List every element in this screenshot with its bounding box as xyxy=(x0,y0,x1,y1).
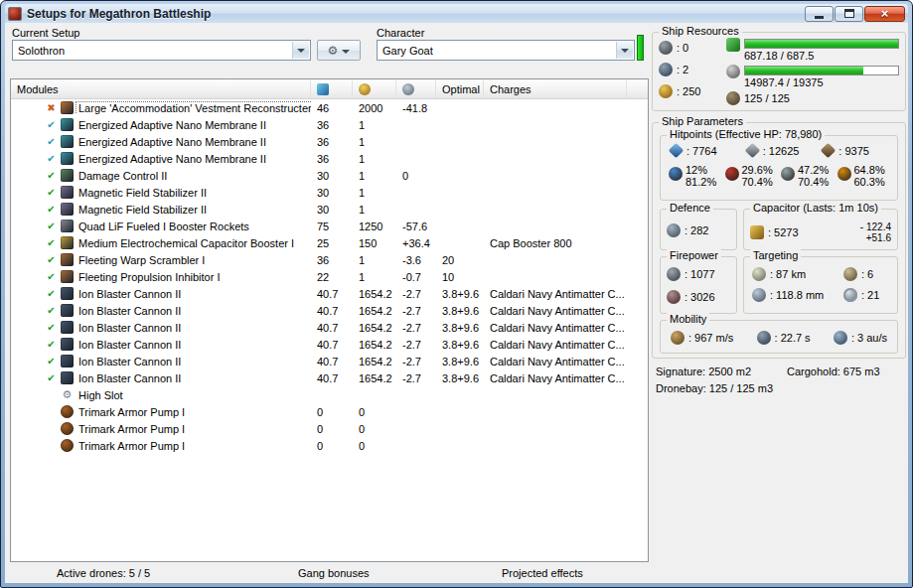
sensor-strength-value: : 21 xyxy=(861,289,879,301)
module-name-cell: ✔Ion Blaster Cannon II xyxy=(11,355,311,368)
setup-tools-button[interactable]: ⚙ xyxy=(317,40,361,61)
active-status-icon[interactable]: ✔ xyxy=(45,220,58,232)
passive-status-icon[interactable]: ✔ xyxy=(45,152,58,165)
capacitor-column-header[interactable] xyxy=(396,79,436,98)
current-setup-select[interactable]: Solothron xyxy=(12,40,311,61)
module-icon xyxy=(61,135,74,148)
cpu-column-header[interactable] xyxy=(311,79,353,98)
module-row[interactable]: ✔Quad LiF Fueled I Booster Rockets751250… xyxy=(11,218,648,234)
modules-column-header[interactable]: Modules xyxy=(11,79,311,98)
module-row[interactable]: Trimark Armor Pump I00 xyxy=(11,437,648,454)
passive-status-icon[interactable]: ✔ xyxy=(45,135,58,148)
chevron-down-icon[interactable] xyxy=(292,42,309,59)
mobility-title: Mobility xyxy=(667,313,709,325)
offline-status-icon[interactable]: ✖ xyxy=(45,101,58,114)
module-powergrid: 1 xyxy=(353,119,396,131)
module-row[interactable]: ⚙High Slot xyxy=(11,386,648,403)
module-name-cell: ✔Ion Blaster Cannon II xyxy=(11,321,311,334)
module-row[interactable]: ✔Ion Blaster Cannon II40.71654.2-2.73.8+… xyxy=(11,319,648,336)
shield-resist-value: 12% xyxy=(685,164,716,176)
firepower-group: Firepower : 1077 : 3026 xyxy=(660,256,737,314)
active-status-icon[interactable]: ✔ xyxy=(45,304,58,317)
close-button[interactable]: × xyxy=(864,6,905,22)
module-name-cell: ✔Magnetic Field Stabilizer II xyxy=(11,186,311,199)
projected-effects-section[interactable]: Projected effects xyxy=(502,567,583,579)
module-name-cell: ✔Magnetic Field Stabilizer II xyxy=(11,203,311,216)
gang-bonuses-section[interactable]: Gang bonuses xyxy=(298,567,370,579)
shield-hp-value: : 7764 xyxy=(686,145,717,157)
module-row[interactable]: ✔Ion Blaster Cannon II40.71654.2-2.73.8+… xyxy=(11,353,648,369)
structure-icon xyxy=(821,143,837,159)
max-targets-value: : 6 xyxy=(861,268,873,280)
chevron-down-icon[interactable] xyxy=(616,42,633,59)
minimize-button[interactable] xyxy=(805,6,834,22)
optimal-column-header[interactable]: Optimal xyxy=(436,79,484,98)
titlebar[interactable]: Setups for Megathron Battleship × xyxy=(5,4,908,23)
active-status-icon[interactable]: ✔ xyxy=(45,355,58,368)
active-status-icon[interactable]: ✔ xyxy=(45,287,58,300)
charges-column-header[interactable]: Charges xyxy=(484,79,627,98)
module-row[interactable]: ✔Energized Adaptive Nano Membrane II361 xyxy=(11,133,648,150)
module-row[interactable]: ✔Ion Blaster Cannon II40.71654.2-2.73.8+… xyxy=(11,369,648,386)
thermal-resist-icon xyxy=(725,167,739,181)
active-status-icon[interactable]: ✔ xyxy=(45,270,58,283)
module-charges: Caldari Navy Antimatter C... xyxy=(484,356,627,368)
window-controls: × xyxy=(804,6,905,22)
mobility-group: Mobility : 967 m/s : 22.7 s : 3 au/s xyxy=(660,320,898,354)
module-row[interactable]: Trimark Armor Pump I00 xyxy=(11,420,648,437)
active-status-icon[interactable]: ✔ xyxy=(45,186,58,199)
targeting-title: Targeting xyxy=(750,249,801,261)
turret-hardpoints-icon xyxy=(659,41,673,55)
module-row[interactable]: ✔Energized Adaptive Nano Membrane II361 xyxy=(11,116,648,133)
module-row[interactable]: ✔Fleeting Propulsion Inhibitor I221-0.71… xyxy=(11,268,648,285)
active-status-icon[interactable]: ✔ xyxy=(45,236,58,249)
powergrid-column-header[interactable] xyxy=(353,79,396,98)
module-row[interactable]: ✖Large 'Accommodation' Vestment Reconstr… xyxy=(11,99,648,116)
module-row[interactable]: ✔Damage Control II3010 xyxy=(11,167,648,184)
capacitor-value: : 5273 xyxy=(768,226,799,238)
powergrid-bar xyxy=(744,66,899,75)
module-name: Fleeting Warp Scrambler I xyxy=(76,254,205,266)
module-name: High Slot xyxy=(76,389,123,401)
module-row[interactable]: ✔Energized Adaptive Nano Membrane II361 xyxy=(11,150,648,167)
active-status-icon[interactable]: ✔ xyxy=(45,203,58,216)
active-status-icon[interactable]: ✔ xyxy=(45,321,58,334)
character-select[interactable]: Gary Goat xyxy=(377,40,635,61)
module-icon xyxy=(61,152,74,165)
module-powergrid: 150 xyxy=(353,237,396,249)
targeting-range-value: : 87 km xyxy=(770,268,806,280)
module-name: Large 'Accommodation' Vestment Reconstru… xyxy=(76,102,311,114)
active-drones-section[interactable]: Active drones: 5 / 5 xyxy=(57,567,150,579)
targeting-grid: : 87 km : 6 : 118.8 mm : 21 xyxy=(752,267,893,302)
module-powergrid: 2000 xyxy=(353,102,396,114)
module-row[interactable]: ✔Medium Electrochemical Capacitor Booste… xyxy=(11,234,648,251)
module-row[interactable]: ✔Magnetic Field Stabilizer II301 xyxy=(11,184,648,201)
modules-table-header: Modules Optimal Charges xyxy=(11,79,648,99)
module-optimal: 3.8+9.6 xyxy=(436,356,484,368)
maximize-button[interactable] xyxy=(835,6,863,22)
module-row[interactable]: Trimark Armor Pump I00 xyxy=(11,403,648,420)
module-name-cell: ✔Medium Electrochemical Capacitor Booste… xyxy=(11,236,311,249)
align-time-value: : 22.7 s xyxy=(775,332,811,344)
module-row[interactable]: ✔Ion Blaster Cannon II40.71654.2-2.73.8+… xyxy=(11,302,648,319)
active-status-icon[interactable]: ✔ xyxy=(45,253,58,266)
module-powergrid: 1654.2 xyxy=(353,288,396,300)
max-velocity-value: : 967 m/s xyxy=(688,332,733,344)
module-row[interactable]: ✔Ion Blaster Cannon II40.71654.2-2.73.8+… xyxy=(11,336,648,353)
module-row[interactable]: ✔Fleeting Warp Scrambler I361-3.620 xyxy=(11,251,648,268)
active-status-icon[interactable]: ✔ xyxy=(45,371,58,384)
module-cpu: 0 xyxy=(311,406,353,418)
hardpoints-column: : 0 : 2 : 250 xyxy=(659,41,700,106)
active-status-icon[interactable]: ✔ xyxy=(45,338,58,351)
module-row[interactable]: ✔Magnetic Field Stabilizer II301 xyxy=(11,201,648,218)
module-row[interactable]: ✔Ion Blaster Cannon II40.71654.2-2.73.8+… xyxy=(11,285,648,302)
module-name-cell: Trimark Armor Pump I xyxy=(11,439,311,452)
passive-status-icon[interactable]: ✔ xyxy=(45,118,58,131)
module-powergrid: 0 xyxy=(353,423,396,435)
rig-icon xyxy=(61,422,74,435)
armor-resist-value: 81.2% xyxy=(685,176,716,188)
module-cpu: 40.7 xyxy=(311,339,353,351)
cpu-icon xyxy=(317,83,329,95)
active-status-icon[interactable]: ✔ xyxy=(45,169,58,182)
wrench-icon: ⚙ xyxy=(328,45,339,57)
